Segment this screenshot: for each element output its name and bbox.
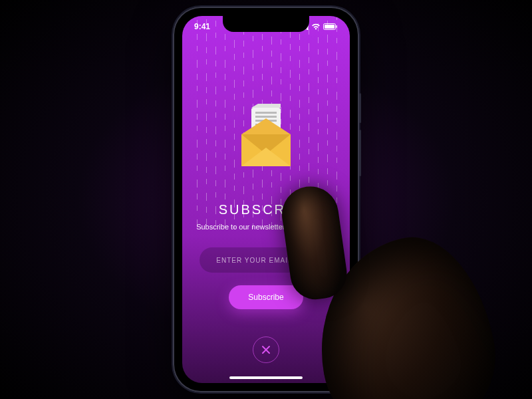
phone-screen: 9:41 (182, 16, 350, 383)
battery-icon (323, 23, 338, 30)
svg-rect-6 (336, 25, 338, 28)
status-time: 9:41 (194, 22, 210, 31)
notch (223, 16, 309, 32)
email-field[interactable] (200, 247, 332, 273)
wifi-icon (311, 23, 321, 30)
svg-rect-5 (325, 25, 334, 29)
svg-marker-14 (241, 118, 291, 134)
svg-rect-9 (255, 112, 277, 114)
page-subtitle: Subscribe to our newsletter & stay updat… (182, 223, 350, 231)
phone-frame: 9:41 (173, 7, 359, 392)
svg-marker-8 (251, 104, 281, 108)
envelope-illustration (182, 102, 350, 176)
svg-rect-10 (255, 116, 277, 118)
close-icon (261, 345, 271, 354)
envelope-icon (229, 102, 303, 176)
close-button[interactable] (253, 336, 279, 363)
page-title: SUBSCRIBE (182, 202, 350, 217)
subscribe-button[interactable]: Subscribe (229, 285, 303, 309)
home-indicator[interactable] (229, 376, 303, 379)
heading-block: SUBSCRIBE Subscribe to our newsletter & … (182, 202, 350, 231)
